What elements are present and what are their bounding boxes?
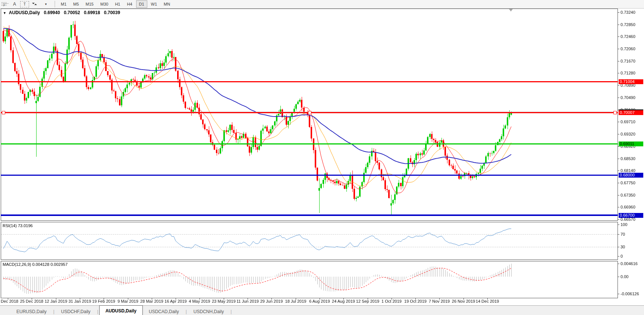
hline-handle[interactable] bbox=[2, 111, 5, 114]
macd-scale-label: 0.004616 bbox=[621, 261, 638, 266]
ohlc-open: 0.69940 bbox=[44, 10, 60, 15]
price-tick-mark bbox=[618, 85, 619, 86]
price-tick-mark bbox=[618, 219, 619, 220]
date-label: 1 Oct 2019 bbox=[381, 299, 402, 303]
price-tick-mark bbox=[618, 98, 619, 98]
date-label: 23 May 2019 bbox=[212, 299, 236, 303]
price-tick-mark bbox=[618, 73, 619, 73]
date-label: 12 Sep 2019 bbox=[356, 299, 379, 303]
tab-separator: | bbox=[185, 309, 188, 315]
date-label: 28 Mar 2019 bbox=[140, 299, 163, 303]
date-label: 14 Dec 2019 bbox=[476, 299, 499, 303]
price-tick-mark bbox=[618, 207, 619, 207]
chart-canvas[interactable] bbox=[0, 0, 644, 305]
price-tick-mark bbox=[618, 25, 619, 25]
date-label: 26 Nov 2019 bbox=[452, 299, 475, 303]
price-tick-label: 0.72850 bbox=[621, 22, 635, 27]
date-label: 31 Jan 2019 bbox=[69, 299, 91, 303]
date-label: 29 Jun 2019 bbox=[260, 299, 283, 303]
rsi-label: RSI(14) 73.0196 bbox=[3, 223, 33, 228]
ohlc-low: 0.69918 bbox=[84, 10, 100, 15]
price-tick-mark bbox=[618, 146, 619, 147]
macd-tick-mark bbox=[618, 294, 619, 294]
horizontal-line-0.69011[interactable] bbox=[1, 143, 618, 144]
price-tick-label: 0.67350 bbox=[621, 193, 635, 197]
price-tick-mark bbox=[618, 171, 619, 171]
macd-tick-mark bbox=[618, 277, 619, 277]
chart-tab-eurusd[interactable]: EURUSD,Daily bbox=[10, 307, 53, 315]
price-tick-label: 0.68140 bbox=[621, 168, 635, 173]
macd-label: MACD(12,26,9) 0.004128 0.002957 bbox=[3, 262, 67, 267]
price-tick-label: 0.71670 bbox=[621, 59, 635, 63]
hline-handle[interactable] bbox=[308, 111, 311, 114]
date-label: 6 Aug 2019 bbox=[309, 299, 330, 303]
date-label: 12 Jan 2019 bbox=[45, 299, 67, 303]
rsi-scale-label: 100 bbox=[621, 222, 627, 227]
hline-axis-box-0.71004: 0.71004 bbox=[619, 79, 643, 84]
price-tick-label: 0.73240 bbox=[621, 10, 635, 15]
price-tick-label: 0.69710 bbox=[621, 120, 635, 124]
hline-handle[interactable] bbox=[613, 111, 617, 114]
horizontal-line-0.68000[interactable] bbox=[1, 175, 618, 176]
price-tick-mark bbox=[618, 61, 619, 61]
rsi-scale-label: 0 bbox=[621, 254, 623, 258]
chart-tab-usdchf[interactable]: USDCHF,Daily bbox=[55, 307, 97, 315]
price-tick-label: 0.66960 bbox=[621, 205, 635, 209]
date-label: 7 Nov 2019 bbox=[429, 299, 450, 303]
tab-separator: | bbox=[230, 309, 232, 315]
date-label: 9 Mar 2019 bbox=[117, 299, 138, 303]
macd-scale-label: -0.006126 bbox=[621, 292, 639, 296]
hline-axis-box-0.70007: 0.70007 bbox=[619, 110, 643, 115]
date-label: 19 Oct 2019 bbox=[404, 299, 427, 303]
macd-scale-label: 0.00 bbox=[621, 274, 628, 279]
chart-collapse-arrow-icon[interactable]: ▼ bbox=[3, 11, 6, 15]
date-label: 16 Apr 2019 bbox=[164, 299, 186, 303]
price-tick-label: 0.67750 bbox=[621, 181, 635, 185]
date-label: 6 Dec 2018 bbox=[0, 299, 18, 303]
rsi-tick-mark bbox=[618, 247, 619, 247]
trading-platform-window: F A T ▾ M1M5M15M30H1H4D1W1MN ▼ AUDUSD,Da… bbox=[0, 0, 644, 315]
date-label: 24 Aug 2019 bbox=[332, 299, 355, 303]
rsi-tick-mark bbox=[618, 234, 619, 235]
price-tick-mark bbox=[618, 134, 619, 134]
price-tick-mark bbox=[618, 122, 619, 122]
rsi-scale-label: 70 bbox=[621, 232, 625, 236]
date-label: 11 Jun 2019 bbox=[236, 299, 259, 303]
chart-shift-marker-icon bbox=[509, 9, 513, 12]
price-tick-label: 0.69320 bbox=[621, 132, 635, 136]
price-tick-label: 0.72060 bbox=[621, 47, 635, 51]
date-label: 18 Jul 2019 bbox=[285, 299, 307, 303]
tab-separator: | bbox=[53, 309, 55, 315]
chart-tabbar: EURUSD,Daily|USDCHF,Daily|AUDUSD,DailyUS… bbox=[0, 305, 644, 315]
ohlc-close: 0.70039 bbox=[104, 10, 120, 15]
price-tick-label: 0.70490 bbox=[621, 95, 635, 100]
price-tick-mark bbox=[618, 159, 619, 159]
price-tick-mark bbox=[618, 183, 619, 183]
price-tick-mark bbox=[618, 49, 619, 49]
chart-tab-usdcnh[interactable]: USDCNH,Daily bbox=[188, 307, 230, 315]
horizontal-line-0.66700[interactable] bbox=[1, 214, 618, 216]
price-tick-label: 0.71280 bbox=[621, 71, 635, 75]
ohlc-high: 0.70052 bbox=[64, 10, 80, 15]
macd-tick-mark bbox=[618, 264, 619, 264]
hline-axis-box-0.69011: 0.69011 bbox=[619, 141, 643, 146]
rsi-tick-mark bbox=[618, 225, 619, 225]
chart-symbol: AUDUSD,Daily bbox=[9, 10, 40, 15]
price-tick-label: 0.68530 bbox=[621, 156, 635, 161]
date-label: 25 Dec 2018 bbox=[20, 299, 43, 303]
date-label: 19 Feb 2019 bbox=[92, 299, 115, 303]
chart-tab-usdcad[interactable]: USDCAD,Daily bbox=[143, 307, 185, 315]
rsi-scale-label: 30 bbox=[621, 245, 625, 249]
horizontal-line-0.71004[interactable] bbox=[1, 81, 618, 82]
price-tick-mark bbox=[618, 36, 619, 37]
hline-axis-box-0.68000: 0.68000 bbox=[619, 173, 643, 178]
hline-axis-box-0.66700: 0.66700 bbox=[619, 213, 643, 218]
price-tick-mark bbox=[618, 195, 619, 195]
price-tick-mark bbox=[618, 12, 619, 13]
chart-title: ▼ AUDUSD,Daily 0.69940 0.70052 0.69918 0… bbox=[3, 10, 123, 15]
tab-separator: | bbox=[97, 309, 99, 315]
rsi-tick-mark bbox=[618, 256, 619, 257]
date-label: 4 May 2019 bbox=[189, 299, 210, 303]
price-tick-label: 0.72460 bbox=[621, 34, 635, 39]
chart-tab-audusd[interactable]: AUDUSD,Daily bbox=[99, 305, 143, 315]
